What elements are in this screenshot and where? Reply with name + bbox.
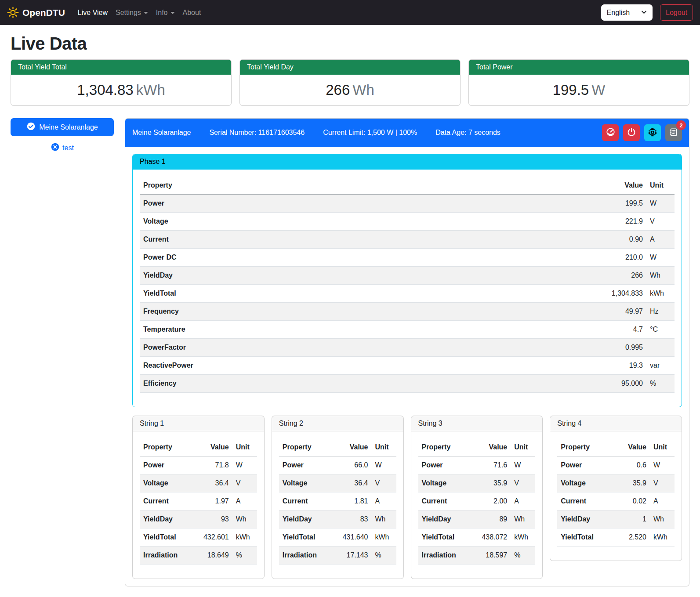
inverter-name: Meine Solaranlage — [132, 129, 191, 137]
unit-cell: kWh — [232, 528, 257, 546]
value-cell: 432.601 — [195, 528, 232, 546]
unit-cell — [646, 339, 675, 357]
property-cell: Voltage — [279, 474, 334, 492]
value-cell: 4.7 — [585, 321, 646, 339]
table-row: Power71.8W — [140, 456, 257, 474]
value-cell: 19.3 — [585, 357, 646, 375]
cpu-chip-icon — [647, 127, 658, 139]
property-cell: YieldTotal — [279, 528, 334, 546]
table-row: Temperature4.7°C — [140, 321, 675, 339]
table-row: YieldDay1Wh — [557, 510, 675, 528]
logout-button[interactable]: Logout — [660, 4, 693, 21]
phase-card: Phase 1 Property Value Unit Power199.5WV… — [132, 154, 682, 407]
sun-icon — [7, 7, 19, 18]
language-select[interactable]: English — [601, 4, 653, 21]
inverter-alt-label[interactable]: test — [62, 144, 74, 152]
caret-down-icon — [170, 12, 175, 14]
value-cell: 2.00 — [473, 492, 511, 510]
table-row: Voltage35.9V — [418, 474, 536, 492]
unit-cell: W — [650, 456, 675, 474]
property-cell: Efficiency — [140, 375, 585, 393]
stat-card-total-yield-day: Total Yield Day 266Wh — [239, 59, 461, 106]
property-cell: YieldTotal — [140, 285, 585, 303]
phase-card-title: Phase 1 — [133, 154, 682, 170]
string-table: Property Value Unit Power0.6WVoltage35.9… — [557, 438, 675, 546]
journal-text-icon — [669, 127, 678, 138]
table-row: PowerFactor0.995 — [140, 339, 675, 357]
nav-item-info[interactable]: Info — [152, 5, 179, 20]
table-row: Irradiation18.597% — [418, 546, 536, 564]
property-cell: Voltage — [140, 474, 195, 492]
value-cell: 0.6 — [612, 456, 650, 474]
table-row: Power71.6W — [418, 456, 536, 474]
x-circle-icon — [51, 142, 60, 153]
inverter-card-body: Phase 1 Property Value Unit Power199.5WV… — [125, 147, 689, 586]
table-row: Current2.00A — [418, 492, 536, 510]
page-title: Live Data — [11, 34, 689, 54]
inverter-card-header: Meine Solaranlage Serial Number: 1161716… — [125, 119, 689, 147]
property-cell: Voltage — [557, 474, 612, 492]
unit-cell: Wh — [650, 510, 675, 528]
unit-cell: % — [646, 375, 675, 393]
string-table: Property Value Unit Power71.8WVoltage36.… — [140, 438, 257, 564]
column-header-value: Value — [334, 438, 372, 456]
nav-links: Live View Settings Info About — [74, 5, 601, 20]
property-cell: ReactivePower — [140, 357, 585, 375]
value-cell: 66.0 — [334, 456, 372, 474]
unit-cell: W — [646, 195, 675, 213]
column-header-unit: Unit — [232, 438, 257, 456]
power-button[interactable] — [623, 124, 640, 141]
table-row: YieldDay83Wh — [279, 510, 396, 528]
property-cell: YieldDay — [279, 510, 334, 528]
column-header-property: Property — [279, 438, 334, 456]
unit-cell: kWh — [372, 528, 396, 546]
value-cell: 1,304.833 — [585, 285, 646, 303]
property-cell: Frequency — [140, 303, 585, 321]
brand[interactable]: OpenDTU — [7, 7, 65, 18]
nav-item-live-view[interactable]: Live View — [74, 5, 112, 20]
unit-cell: W — [232, 456, 257, 474]
property-cell: YieldDay — [140, 267, 585, 285]
unit-cell: Wh — [511, 510, 535, 528]
unit-cell: W — [372, 456, 396, 474]
inverter-selector-button[interactable]: Meine Solaranlage — [11, 118, 114, 136]
value-cell: 431.640 — [334, 528, 372, 546]
table-row: Power DC210.0W — [140, 249, 675, 267]
stat-card-title: Total Power — [469, 60, 689, 75]
property-cell: Power — [557, 456, 612, 474]
value-cell: 1.97 — [195, 492, 232, 510]
property-cell: Current — [140, 492, 195, 510]
value-cell: 1 — [612, 510, 650, 528]
value-cell: 0.995 — [585, 339, 646, 357]
value-cell: 83 — [334, 510, 372, 528]
inverter-alt-item[interactable]: test — [11, 142, 114, 153]
unit-cell: V — [232, 474, 257, 492]
column-header-value: Value — [585, 177, 646, 195]
nav-item-settings[interactable]: Settings — [112, 5, 152, 20]
stat-card-title: Total Yield Day — [240, 60, 460, 75]
property-cell: Power — [140, 456, 195, 474]
value-cell: 18.597 — [473, 546, 511, 564]
column-header-property: Property — [557, 438, 612, 456]
unit-cell: % — [511, 546, 535, 564]
phase-card-body: Property Value Unit Power199.5WVoltage22… — [133, 170, 682, 407]
unit-cell: A — [650, 492, 675, 510]
value-cell: 71.8 — [195, 456, 232, 474]
inverter-serial: Serial Number: 116171603546 — [209, 129, 305, 137]
property-cell: Irradiation — [140, 546, 195, 564]
table-row: YieldTotal438.072kWh — [418, 528, 536, 546]
table-row: YieldTotal2.520kWh — [557, 528, 675, 546]
value-cell: 266 — [585, 267, 646, 285]
nav-item-about[interactable]: About — [179, 5, 205, 20]
unit-cell: W — [511, 456, 535, 474]
string-card-body: Property Value Unit Power71.6WVoltage35.… — [411, 431, 543, 579]
event-log-button[interactable]: 2 — [665, 124, 682, 141]
limit-settings-button[interactable] — [602, 124, 619, 141]
property-cell: YieldDay — [557, 510, 612, 528]
device-info-button[interactable] — [644, 124, 661, 141]
value-cell: 199.5 — [585, 195, 646, 213]
column-header-property: Property — [418, 438, 473, 456]
column-header-value: Value — [612, 438, 650, 456]
column-header-property: Property — [140, 438, 195, 456]
stat-unit: kWh — [136, 82, 165, 98]
